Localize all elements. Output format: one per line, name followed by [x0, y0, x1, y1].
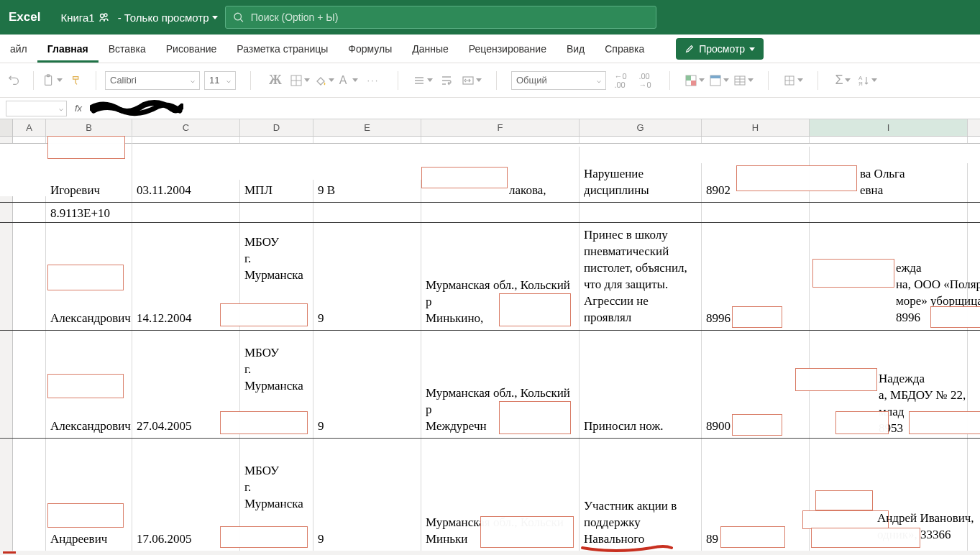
cell[interactable]: Приносил нож. — [580, 331, 702, 438]
undo-button[interactable] — [4, 70, 24, 91]
cell[interactable]: Мурманская обл., Кольский р Междуречн — [421, 331, 580, 438]
col-header-C[interactable]: C — [132, 119, 240, 136]
conditional-format-button[interactable] — [684, 70, 705, 91]
col-header-I[interactable]: I — [810, 119, 968, 136]
cell[interactable]: 8900 — [702, 331, 810, 438]
font-color-button[interactable]: A — [339, 70, 359, 91]
cell-text: 8996 — [706, 311, 731, 325]
more-font-button[interactable]: ··· — [363, 70, 383, 91]
cell[interactable]: лакова, — [421, 147, 580, 202]
tab-file[interactable]: айл — [0, 36, 37, 63]
cell[interactable]: Мурманская обл., Кольски Миньки — [421, 439, 580, 551]
col-header-A[interactable]: A — [13, 119, 46, 136]
name-box[interactable]: ⌵ — [6, 101, 67, 116]
cell[interactable] — [13, 196, 46, 202]
select-all-corner[interactable] — [0, 119, 13, 136]
cell[interactable] — [13, 439, 46, 551]
tab-draw[interactable]: Рисование — [156, 36, 227, 63]
document-name[interactable]: Книга1 — [60, 12, 109, 24]
font-size-selector[interactable]: 11⌵ — [204, 71, 236, 90]
tab-help[interactable]: Справка — [595, 36, 654, 63]
col-header-H[interactable]: H — [702, 119, 810, 136]
paste-button[interactable] — [42, 70, 63, 91]
cell[interactable]: Нарушение дисциплины — [580, 163, 702, 202]
view-mode-dropdown[interactable]: - Только просмотр — [118, 12, 218, 24]
formula-bar: ⌵ fx — [0, 98, 980, 119]
tab-home[interactable]: Главная — [37, 36, 99, 63]
cell-text: Игоревич — [50, 183, 100, 197]
cell[interactable]: 9 — [313, 223, 421, 330]
cell[interactable] — [240, 203, 313, 222]
tab-insert[interactable]: Вставка — [99, 36, 156, 63]
cell[interactable]: 8902 — [702, 147, 810, 202]
fill-color-button[interactable] — [314, 70, 334, 91]
cell[interactable]: 8.9113E+10 — [46, 203, 132, 222]
align-button[interactable] — [413, 70, 433, 91]
svg-rect-8 — [686, 75, 691, 81]
borders-button[interactable] — [290, 70, 310, 91]
col-header-G[interactable]: G — [580, 119, 702, 136]
col-header-D[interactable]: D — [240, 119, 313, 136]
formula-input[interactable] — [90, 101, 980, 116]
cell[interactable] — [132, 203, 240, 222]
merge-button[interactable] — [462, 70, 482, 91]
wrap-text-button[interactable] — [437, 70, 457, 91]
cell[interactable]: Александрович — [46, 223, 132, 330]
col-header-E[interactable]: E — [313, 119, 421, 136]
cell[interactable]: Принес в школу пневматический пистолет, … — [580, 223, 702, 330]
cell[interactable]: МБОУ г. Мурманска — [240, 331, 313, 438]
redaction-box — [811, 528, 920, 548]
cell[interactable]: Александрович — [46, 331, 132, 438]
tab-pagelayout[interactable]: Разметка страницы — [226, 36, 338, 63]
search-input[interactable] — [251, 12, 649, 23]
cell[interactable]: 9 — [313, 439, 421, 551]
number-format-selector[interactable]: Общий⌵ — [511, 71, 606, 90]
viewing-mode-button[interactable]: Просмотр — [676, 38, 764, 60]
tab-formulas[interactable]: Формулы — [338, 36, 402, 63]
cell[interactable]: Участник акции в поддержку Навального — [580, 439, 702, 551]
decrease-decimal-button[interactable]: .00→0 — [635, 70, 655, 91]
sort-filter-button[interactable]: АЯ — [857, 70, 877, 91]
font-name-selector[interactable]: Calibri⌵ — [105, 71, 200, 90]
cell[interactable]: Надежда а, МБДОУ № 22, млад 8953 — [810, 331, 968, 438]
cell-text: 89 — [706, 532, 718, 546]
cell[interactable]: 89 — [702, 439, 810, 551]
cell[interactable] — [13, 223, 46, 330]
cell[interactable]: МБОУ г. Мурманска — [240, 439, 313, 551]
fx-icon[interactable]: fx — [70, 103, 87, 114]
bold-button[interactable]: Ж — [265, 70, 285, 91]
cell[interactable]: Андрей Иванович, одник», 33366 — [810, 439, 968, 551]
format-painter-button[interactable] — [67, 70, 87, 91]
spreadsheet-grid[interactable]: Игоревич 03.11.2004 МПЛ 9 В лакова, Нару… — [0, 137, 980, 551]
cell-styles-button[interactable] — [733, 70, 754, 91]
cell[interactable] — [421, 203, 580, 222]
cell[interactable]: ежда на, ООО «Полярное море» уборщица, 8… — [810, 223, 968, 330]
col-header-F[interactable]: F — [421, 119, 580, 136]
cell[interactable] — [810, 203, 968, 222]
cell[interactable] — [313, 203, 421, 222]
cell[interactable] — [702, 203, 810, 222]
cell[interactable]: МБОУ г. Мурманска — [240, 223, 313, 330]
cell[interactable]: 8996 — [702, 223, 810, 330]
cell[interactable]: ва Ольга евна — [810, 163, 968, 202]
tab-review[interactable]: Рецензирование — [459, 36, 557, 63]
tab-view[interactable]: Вид — [557, 36, 595, 63]
cell[interactable]: МПЛ — [240, 180, 313, 202]
format-table-button[interactable] — [709, 70, 729, 91]
cell-text: 17.06.2005 — [137, 531, 192, 548]
cell[interactable]: Мурманская обл., Кольский р Минькино, — [421, 223, 580, 330]
cell[interactable]: Андреевич — [46, 439, 132, 551]
autosum-button[interactable]: Σ — [833, 70, 853, 91]
tab-data[interactable]: Данные — [402, 36, 459, 63]
cell[interactable] — [13, 203, 46, 222]
cell[interactable] — [580, 203, 702, 222]
search-box[interactable] — [225, 6, 656, 29]
increase-decimal-button[interactable]: ←0.00 — [610, 70, 631, 91]
cell[interactable]: 9 — [313, 331, 421, 438]
cell[interactable]: Игоревич — [46, 130, 132, 202]
cell[interactable]: 9 В — [313, 180, 421, 202]
insert-cells-button[interactable] — [783, 70, 803, 91]
redaction-box — [220, 411, 308, 434]
cell[interactable] — [13, 331, 46, 438]
cell[interactable]: 03.11.2004 — [132, 180, 240, 202]
